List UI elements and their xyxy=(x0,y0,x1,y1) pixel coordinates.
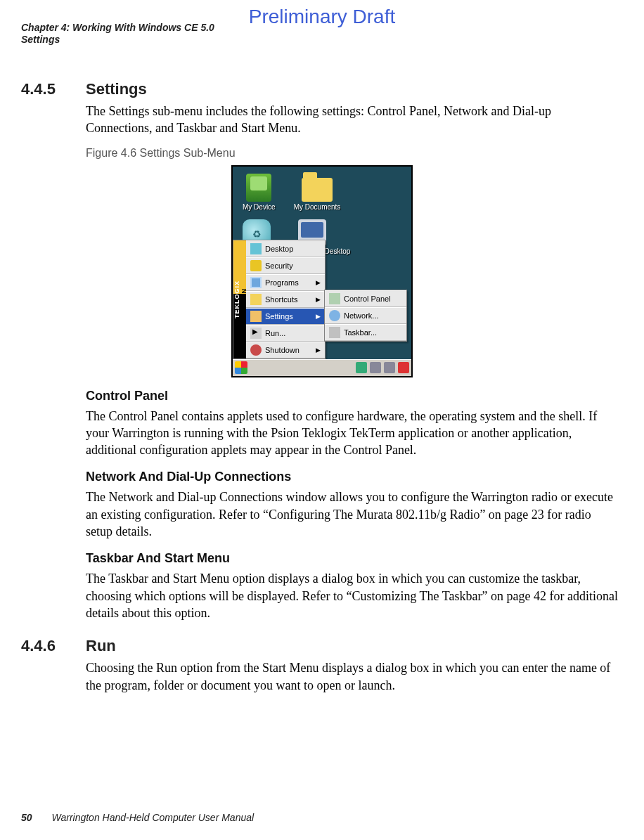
section-446-body: Choosing the Run option from the Start M… xyxy=(86,659,619,694)
section-445-intro: The Settings sub-menu includes the follo… xyxy=(86,103,619,137)
page-header: Chapter 4: Working With Windows CE 5.0 S… xyxy=(21,21,214,45)
security-icon xyxy=(250,260,262,271)
start-menu: TEKLOGIXPSION Desktop Security xyxy=(233,240,326,359)
menu-item-settings[interactable]: Settings ▶ xyxy=(246,308,325,325)
taskbar-icon xyxy=(329,327,340,338)
submenu-label: Taskbar... xyxy=(344,328,377,337)
menu-label: Desktop xyxy=(265,245,293,253)
menu-item-programs[interactable]: Programs ▶ xyxy=(246,274,325,291)
chapter-section: Settings xyxy=(21,34,214,45)
menu-item-shutdown[interactable]: Shutdown ▶ xyxy=(246,342,325,358)
section-title: Run xyxy=(86,637,116,655)
menu-label: Run... xyxy=(265,329,285,337)
figure-caption: Figure 4.6 Settings Sub-Menu xyxy=(86,147,619,160)
brand-line-2: PSION xyxy=(240,240,247,358)
submenu-item-network[interactable]: Network... xyxy=(325,307,406,324)
menu-label: Shutdown xyxy=(265,346,300,354)
section-445-heading: 4.4.5 Settings xyxy=(21,80,623,98)
subsection-heading-network: Network And Dial-Up Connections xyxy=(86,470,619,484)
taskbar xyxy=(233,359,411,376)
subsection-heading-taskbar: Taskbar And Start Menu xyxy=(86,551,619,566)
tray-icon[interactable] xyxy=(398,362,409,373)
submenu-item-control-panel[interactable]: Control Panel xyxy=(325,290,406,307)
tray-icon[interactable] xyxy=(356,362,367,373)
section-title: Settings xyxy=(86,80,147,98)
tray-icon[interactable] xyxy=(370,362,381,373)
folder-icon xyxy=(302,178,333,202)
desktop-icon-my-documents[interactable]: My Documents xyxy=(294,174,341,211)
desktop-icon-label: My Documents xyxy=(294,203,341,211)
settings-icon xyxy=(250,311,262,322)
shortcuts-icon xyxy=(250,294,262,305)
chevron-right-icon: ▶ xyxy=(316,347,321,354)
start-button[interactable] xyxy=(235,361,247,374)
programs-icon xyxy=(250,277,262,288)
menu-item-shortcuts[interactable]: Shortcuts ▶ xyxy=(246,291,325,308)
subsection-body: The Taskbar and Start Menu option displa… xyxy=(86,570,619,621)
menu-label: Programs xyxy=(265,278,299,287)
menu-label: Shortcuts xyxy=(265,295,297,304)
desktop-icon-my-device[interactable]: My Device xyxy=(243,174,276,211)
menu-item-run[interactable]: Run... xyxy=(246,325,325,342)
system-tray xyxy=(356,362,409,373)
page-number: 50 xyxy=(21,812,32,823)
menu-label: Settings xyxy=(265,312,293,321)
brand-sidebar: TEKLOGIXPSION xyxy=(233,240,246,358)
submenu-item-taskbar[interactable]: Taskbar... xyxy=(325,324,406,341)
settings-submenu: Control Panel Network... Taskbar... xyxy=(324,290,407,342)
subsection-body: The Network and Dial-up Connections wind… xyxy=(86,489,619,540)
network-icon xyxy=(329,310,340,321)
section-number: 4.4.5 xyxy=(21,80,86,98)
shutdown-icon xyxy=(250,344,262,356)
subsection-body: The Control Panel contains applets used … xyxy=(86,408,619,459)
menu-item-security[interactable]: Security xyxy=(246,257,325,274)
chevron-right-icon: ▶ xyxy=(316,313,321,320)
desktop-icon-label: My Device xyxy=(243,203,276,211)
chevron-right-icon: ▶ xyxy=(316,296,321,303)
section-number: 4.4.6 xyxy=(21,637,86,655)
menu-item-desktop[interactable]: Desktop xyxy=(246,240,325,257)
book-title: Warrington Hand-Held Computer User Manua… xyxy=(51,812,254,823)
run-icon xyxy=(250,328,262,339)
submenu-label: Network... xyxy=(344,311,379,320)
menu-label: Security xyxy=(265,261,293,270)
chapter-title: Chapter 4: Working With Windows CE 5.0 xyxy=(21,21,214,34)
subsection-heading-control-panel: Control Panel xyxy=(86,389,619,403)
device-icon xyxy=(246,174,271,202)
chevron-right-icon: ▶ xyxy=(316,279,321,286)
brand-line-1: TEKLOGIX xyxy=(233,280,240,318)
desktop-icon xyxy=(250,243,262,254)
embedded-screenshot: My Device My Documents Recycle Bin Remot… xyxy=(231,165,413,377)
submenu-label: Control Panel xyxy=(344,295,391,303)
page-footer: 50 Warrington Hand-Held Computer User Ma… xyxy=(21,812,254,823)
control-panel-icon xyxy=(329,293,340,304)
tray-icon[interactable] xyxy=(384,362,395,373)
section-446-heading: 4.4.6 Run xyxy=(21,637,623,655)
